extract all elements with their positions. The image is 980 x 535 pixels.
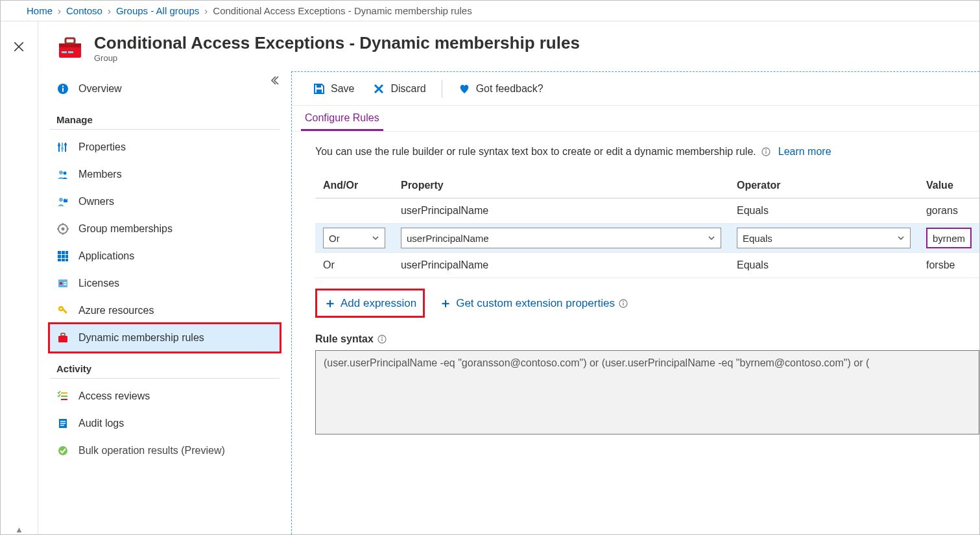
rule-syntax-textbox[interactable]: (user.userPrincipalName -eq "goransson@c… bbox=[315, 350, 979, 434]
svg-rect-58 bbox=[381, 339, 382, 341]
col-header-operator: Operator bbox=[729, 174, 918, 198]
svg-rect-2 bbox=[66, 38, 75, 43]
cell-operator: Equals bbox=[729, 253, 918, 278]
info-icon bbox=[56, 82, 69, 95]
plus-icon: ＋ bbox=[439, 294, 452, 312]
property-dropdown[interactable]: userPrincipalName bbox=[401, 228, 721, 248]
chevron-right-icon: › bbox=[108, 5, 111, 16]
rule-table: And/Or Property Operator Value userPrinc… bbox=[315, 174, 979, 278]
save-button[interactable]: Save bbox=[305, 78, 362, 99]
svg-point-16 bbox=[59, 198, 63, 202]
svg-point-7 bbox=[62, 86, 64, 87]
plus-icon: ＋ bbox=[324, 294, 337, 312]
nav-properties[interactable]: Properties bbox=[50, 134, 280, 161]
get-custom-extension-button[interactable]: ＋ Get custom extension properties bbox=[434, 291, 633, 316]
close-icon bbox=[372, 82, 385, 95]
nav-bulk-operations[interactable]: Bulk operation results (Preview) bbox=[50, 437, 280, 464]
chevron-down-icon bbox=[708, 234, 715, 242]
breadcrumb-home[interactable]: Home bbox=[27, 5, 53, 16]
rule-syntax-label: Rule syntax bbox=[315, 333, 979, 345]
svg-rect-35 bbox=[64, 284, 67, 285]
sliders-icon bbox=[56, 141, 69, 154]
tab-configure-rules[interactable]: Configure Rules bbox=[301, 106, 383, 131]
breadcrumb-contoso[interactable]: Contoso bbox=[66, 5, 102, 16]
nav-group-memberships[interactable]: Group memberships bbox=[50, 215, 280, 243]
cell-property: userPrincipalName bbox=[393, 253, 729, 278]
cell-value: gorans bbox=[918, 198, 979, 224]
svg-point-48 bbox=[58, 446, 67, 455]
svg-rect-47 bbox=[60, 425, 64, 426]
collapse-nav-button[interactable] bbox=[269, 75, 280, 86]
breadcrumb-groups[interactable]: Groups - All groups bbox=[116, 5, 199, 16]
left-nav: Overview Manage Properties Members bbox=[38, 71, 291, 534]
nav-section-activity: Activity bbox=[50, 351, 280, 379]
svg-rect-39 bbox=[58, 336, 67, 342]
cell-operator: Equals bbox=[729, 198, 918, 224]
svg-rect-3 bbox=[62, 51, 67, 53]
nav-label: Azure resources bbox=[78, 305, 154, 316]
page-header: Conditional Access Exceptions - Dynamic … bbox=[38, 21, 979, 71]
license-icon bbox=[56, 277, 69, 290]
info-icon[interactable] bbox=[619, 299, 628, 308]
rule-row[interactable]: userPrincipalName Equals gorans bbox=[315, 198, 979, 224]
svg-point-56 bbox=[623, 301, 624, 302]
col-header-andor: And/Or bbox=[315, 174, 393, 198]
learn-more-link[interactable]: Learn more bbox=[778, 146, 831, 158]
close-column: ▲ bbox=[1, 21, 38, 534]
chevron-right-icon: › bbox=[204, 5, 208, 16]
info-icon[interactable] bbox=[761, 147, 771, 156]
owners-icon bbox=[56, 195, 69, 208]
operator-dropdown[interactable]: Equals bbox=[737, 228, 911, 248]
col-header-property: Property bbox=[393, 174, 729, 198]
save-label: Save bbox=[331, 83, 354, 95]
nav-overview[interactable]: Overview bbox=[50, 75, 280, 102]
svg-rect-27 bbox=[62, 255, 65, 258]
heart-icon bbox=[458, 82, 471, 95]
svg-rect-25 bbox=[66, 251, 68, 254]
svg-rect-55 bbox=[623, 303, 623, 305]
get-custom-label: Get custom extension properties bbox=[456, 297, 615, 310]
info-icon[interactable] bbox=[377, 335, 387, 344]
svg-point-15 bbox=[63, 172, 66, 175]
svg-point-33 bbox=[60, 282, 62, 285]
nav-members[interactable]: Members bbox=[50, 161, 280, 188]
value-input[interactable]: byrnem bbox=[926, 228, 972, 248]
svg-rect-29 bbox=[58, 259, 61, 261]
detail-pane: Save Discard bbox=[291, 71, 979, 534]
cell-andor bbox=[315, 198, 393, 224]
discard-button[interactable]: Discard bbox=[365, 78, 433, 99]
col-header-value: Value bbox=[918, 174, 979, 198]
nav-dynamic-membership-rules[interactable]: Dynamic membership rules bbox=[50, 324, 280, 351]
nav-azure-resources[interactable]: Azure resources bbox=[50, 297, 280, 324]
rule-row-selected[interactable]: Or userPrincipalName bbox=[315, 224, 979, 253]
svg-rect-50 bbox=[317, 89, 322, 93]
key-icon bbox=[56, 304, 69, 317]
feedback-button[interactable]: Got feedback? bbox=[450, 78, 551, 99]
svg-rect-24 bbox=[62, 251, 65, 254]
nav-licenses[interactable]: Licenses bbox=[50, 270, 280, 297]
nav-label: Dynamic membership rules bbox=[78, 332, 204, 344]
command-bar: Save Discard bbox=[292, 72, 979, 106]
scroll-up-icon[interactable]: ▲ bbox=[15, 525, 23, 534]
svg-point-18 bbox=[61, 228, 64, 231]
nav-audit-logs[interactable]: Audit logs bbox=[50, 410, 280, 437]
nav-label: Licenses bbox=[78, 278, 119, 289]
nav-label: Bulk operation results (Preview) bbox=[78, 445, 225, 457]
nav-label: Group memberships bbox=[78, 223, 173, 235]
nav-applications[interactable]: Applications bbox=[50, 243, 280, 270]
nav-owners[interactable]: Owners bbox=[50, 188, 280, 215]
chevron-down-icon bbox=[372, 234, 379, 242]
cell-property: userPrincipalName bbox=[393, 198, 729, 224]
grid-icon bbox=[56, 250, 69, 263]
nav-access-reviews[interactable]: Access reviews bbox=[50, 383, 280, 410]
svg-point-14 bbox=[59, 171, 63, 174]
andor-dropdown[interactable]: Or bbox=[323, 228, 385, 248]
chevron-down-icon bbox=[897, 234, 905, 242]
add-expression-button[interactable]: ＋ Add expression bbox=[315, 289, 425, 318]
briefcase-icon bbox=[56, 331, 69, 344]
nav-label: Audit logs bbox=[78, 418, 124, 429]
close-button[interactable] bbox=[13, 41, 25, 534]
svg-rect-40 bbox=[61, 333, 65, 336]
rule-row[interactable]: Or userPrincipalName Equals forsbe bbox=[315, 253, 979, 278]
nav-label: Properties bbox=[78, 141, 126, 153]
